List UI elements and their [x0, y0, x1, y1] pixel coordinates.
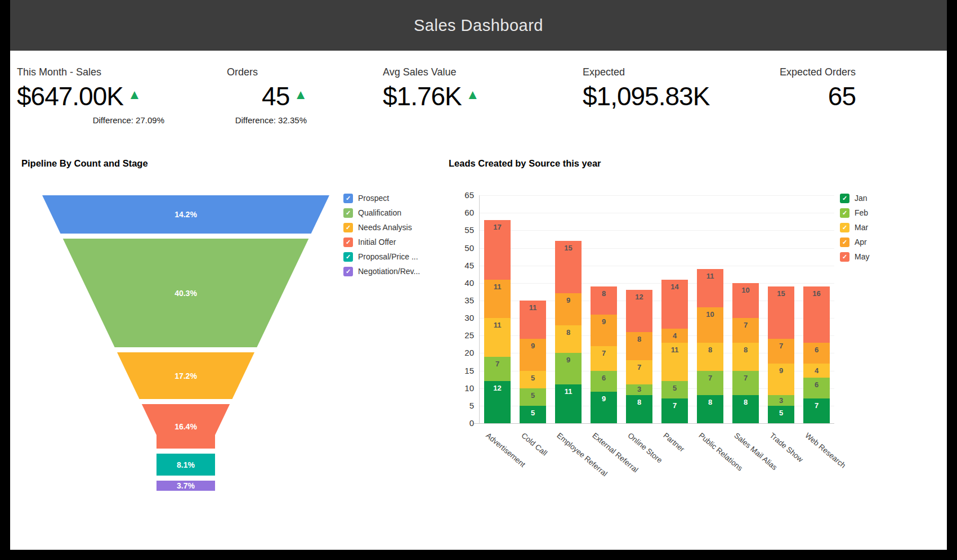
bar-segment-may[interactable]: 15	[768, 286, 794, 339]
bar-segment-mar[interactable]: 4	[803, 364, 830, 378]
bar-segment-feb[interactable]: 7	[732, 371, 759, 395]
bar-advertisement: 127111117	[484, 220, 511, 423]
bar-segment-may[interactable]: 12	[626, 290, 652, 332]
checkbox-checked-icon[interactable]: ✓	[343, 223, 353, 232]
legend-item-may[interactable]: ✓May	[840, 249, 869, 264]
kpi-expected-orders: Expected Orders 65	[737, 66, 856, 111]
bar-segment-mar[interactable]: 9	[768, 364, 794, 395]
bar-segment-value: 15	[555, 244, 582, 252]
legend-item-feb[interactable]: ✓Feb	[840, 205, 869, 220]
bar-segment-may[interactable]: 11	[697, 269, 723, 307]
legend-item-negotiation-rev-[interactable]: ✓Negotiation/Rev...	[343, 264, 420, 279]
bar-segment-may[interactable]: 10	[732, 283, 759, 318]
legend-item-needs-analysis[interactable]: ✓Needs Analysis	[343, 220, 420, 235]
checkbox-checked-icon[interactable]: ✓	[343, 194, 353, 203]
checkbox-checked-icon[interactable]: ✓	[840, 252, 849, 262]
bar-segment-jan[interactable]: 7	[661, 398, 688, 423]
bar-segment-apr[interactable]: 10	[697, 307, 723, 343]
bar-segment-jan[interactable]: 5	[768, 406, 794, 423]
y-axis-tick-label: 5	[448, 401, 474, 410]
checkbox-checked-icon[interactable]: ✓	[343, 267, 353, 276]
bar-segment-may[interactable]: 11	[520, 301, 546, 339]
bar-segment-mar[interactable]: 7	[626, 360, 652, 384]
bar-segment-value: 14	[661, 283, 688, 291]
bar-segment-mar[interactable]: 8	[555, 325, 582, 353]
bar-segment-feb[interactable]: 6	[803, 378, 830, 398]
legend-label: Mar	[855, 223, 868, 232]
bar-sales-mail-alias: 878710	[732, 283, 759, 423]
bar-segment-jan[interactable]: 12	[484, 381, 511, 423]
bar-segment-mar[interactable]: 11	[661, 343, 688, 381]
bar-segment-may[interactable]: 17	[484, 220, 511, 280]
bar-segment-apr[interactable]: 4	[661, 329, 688, 343]
bar-segment-apr[interactable]: 9	[555, 293, 582, 325]
bar-segment-mar[interactable]: 7	[591, 346, 617, 371]
y-axis-tick-label: 30	[448, 313, 474, 322]
dashboard-canvas: Sales Dashboard This Month - Sales $647.…	[10, 0, 947, 550]
checkbox-checked-icon[interactable]: ✓	[343, 238, 353, 247]
bar-segment-feb[interactable]: 7	[697, 371, 723, 395]
bar-segment-feb[interactable]: 9	[555, 353, 582, 384]
bar-segment-jan[interactable]: 7	[803, 398, 830, 423]
bar-segment-jan[interactable]: 9	[591, 392, 617, 423]
bar-segment-feb[interactable]: 5	[661, 381, 688, 398]
bar-segment-feb[interactable]: 3	[626, 384, 652, 395]
bar-segment-apr[interactable]: 6	[803, 343, 830, 364]
legend-item-initial-offer[interactable]: ✓Initial Offer	[343, 235, 420, 249]
legend-item-mar[interactable]: ✓Mar	[840, 220, 869, 235]
bar-segment-feb[interactable]: 6	[591, 371, 617, 392]
y-axis-tick-label: 20	[448, 348, 474, 357]
bar-segment-apr[interactable]: 9	[520, 339, 546, 371]
legend-item-jan[interactable]: ✓Jan	[840, 191, 869, 205]
kpi-label: Orders	[227, 66, 307, 78]
checkbox-checked-icon[interactable]: ✓	[343, 208, 353, 218]
bar-segment-feb[interactable]: 3	[768, 395, 794, 406]
legend-item-proposal-price-[interactable]: ✓Proposal/Price ...	[343, 249, 420, 264]
bar-segment-value: 5	[520, 409, 546, 417]
bar-segment-may[interactable]: 16	[803, 286, 830, 343]
checkbox-checked-icon[interactable]: ✓	[343, 252, 353, 262]
bar-segment-feb[interactable]: 7	[484, 357, 511, 381]
bar-segment-jan[interactable]: 8	[626, 395, 652, 423]
y-axis-line	[479, 195, 480, 423]
checkbox-checked-icon[interactable]: ✓	[840, 194, 849, 203]
bar-segment-value: 9	[555, 296, 582, 304]
bar-segment-apr[interactable]: 7	[732, 318, 759, 343]
funnel-chart-title: Pipeline By Count and Stage	[21, 158, 148, 169]
bar-segment-value: 7	[591, 349, 617, 357]
bar-segment-value: 8	[626, 335, 652, 343]
bar-segment-apr[interactable]: 11	[484, 280, 511, 318]
checkbox-checked-icon[interactable]: ✓	[840, 238, 849, 247]
bar-segment-mar[interactable]: 8	[732, 343, 759, 371]
bar-segment-jan[interactable]: 8	[732, 395, 759, 423]
legend-item-qualification[interactable]: ✓Qualification	[343, 205, 420, 220]
bar-segment-value: 11	[484, 283, 511, 291]
bar-segment-apr[interactable]: 7	[768, 339, 794, 364]
bar-segment-value: 5	[661, 384, 688, 392]
bar-segment-mar[interactable]: 5	[520, 371, 546, 388]
bar-segment-value: 7	[484, 360, 511, 368]
bar-segment-value: 10	[732, 286, 759, 294]
bar-segment-jan[interactable]: 5	[520, 406, 546, 423]
bar-segment-feb[interactable]: 5	[520, 388, 546, 406]
gridline	[480, 213, 834, 213]
bar-segment-jan[interactable]: 8	[697, 395, 723, 423]
checkbox-checked-icon[interactable]: ✓	[840, 208, 849, 218]
bar-segment-apr[interactable]: 9	[591, 315, 617, 346]
bar-segment-jan[interactable]: 11	[555, 384, 582, 423]
legend-item-prospect[interactable]: ✓Prospect	[343, 191, 420, 205]
bar-segment-may[interactable]: 14	[661, 280, 688, 329]
bar-segment-value: 9	[555, 356, 582, 364]
checkbox-checked-icon[interactable]: ✓	[840, 223, 849, 232]
legend-item-apr[interactable]: ✓Apr	[840, 235, 869, 249]
bar-segment-mar[interactable]: 8	[697, 343, 723, 371]
bar-segment-value: 7	[661, 401, 688, 410]
bar-segment-may[interactable]: 15	[555, 241, 582, 293]
bar-segment-may[interactable]: 8	[591, 286, 617, 315]
gridline	[480, 266, 834, 266]
bar-legend: ✓Jan✓Feb✓Mar✓Apr✓May	[840, 191, 869, 264]
bar-segment-mar[interactable]: 11	[484, 318, 511, 357]
kpi-value: $1,095.83K	[583, 81, 709, 111]
legend-label: Needs Analysis	[358, 223, 412, 232]
bar-segment-apr[interactable]: 8	[626, 332, 652, 360]
